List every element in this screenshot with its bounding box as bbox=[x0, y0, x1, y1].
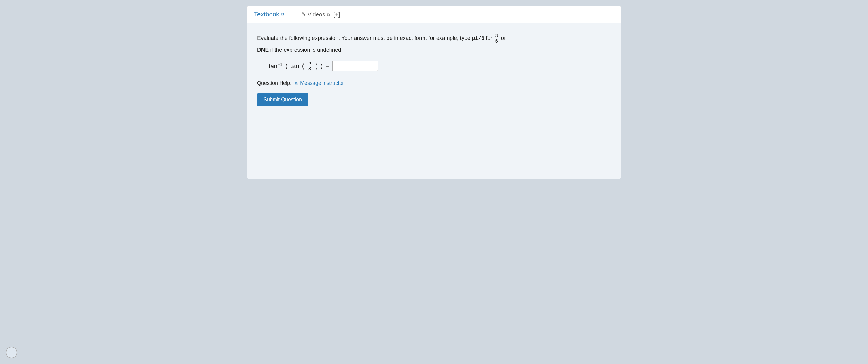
code-example: pi/6 bbox=[472, 35, 485, 41]
message-instructor-link[interactable]: ✉ Message instructor bbox=[294, 80, 344, 86]
envelope-icon: ✉ bbox=[294, 80, 298, 86]
instruction-for: for bbox=[486, 35, 492, 41]
textbook-link[interactable]: Textbook ⧉ bbox=[254, 11, 284, 18]
videos-label: Videos bbox=[308, 11, 325, 18]
math-fraction: π 8 bbox=[308, 60, 312, 72]
videos-pencil-icon: ✎ bbox=[302, 11, 306, 18]
main-container: Textbook ⧉ ✎ Videos ⧉ [+] Evaluate the f… bbox=[247, 6, 621, 179]
fraction-denominator: 6 bbox=[495, 38, 498, 44]
question-help-row: Question Help: ✉ Message instructor bbox=[257, 80, 611, 86]
instruction-or: or bbox=[501, 35, 506, 41]
fraction: π 6 bbox=[494, 32, 499, 45]
add-link[interactable]: [+] bbox=[334, 11, 340, 18]
math-close-paren-inner: ) bbox=[316, 62, 318, 70]
submit-button[interactable]: Submit Question bbox=[257, 93, 308, 106]
textbook-label: Textbook bbox=[254, 11, 279, 18]
math-fraction-numerator: π bbox=[308, 60, 312, 66]
dne-text: DNE if the expression is undefined. bbox=[257, 47, 611, 53]
instruction-text: Evaluate the following expression. Your … bbox=[257, 32, 611, 45]
answer-input[interactable] bbox=[332, 61, 378, 71]
math-open-paren-inner: ( bbox=[302, 62, 304, 70]
bottom-circle-decoration bbox=[6, 347, 17, 358]
math-tan-inner: tan bbox=[290, 62, 299, 70]
math-open-paren-outer: ( bbox=[285, 62, 287, 70]
message-instructor-label: Message instructor bbox=[300, 80, 344, 86]
videos-ext-icon: ⧉ bbox=[327, 12, 330, 17]
textbook-ext-icon: ⧉ bbox=[281, 12, 284, 17]
math-close-paren-outer: ) bbox=[320, 62, 322, 70]
instruction-line1: Evaluate the following expression. Your … bbox=[257, 35, 470, 41]
math-equals: = bbox=[326, 62, 329, 70]
top-bar: Textbook ⧉ ✎ Videos ⧉ [+] bbox=[247, 6, 621, 23]
videos-link[interactable]: ✎ Videos ⧉ bbox=[302, 11, 330, 18]
question-help-label: Question Help: bbox=[257, 80, 291, 86]
math-superscript: −1 bbox=[278, 62, 282, 67]
math-fraction-denominator: 8 bbox=[308, 66, 312, 72]
fraction-numerator: π bbox=[494, 32, 499, 38]
dne-label: DNE bbox=[257, 47, 269, 53]
math-tan-outer: tan−1 bbox=[269, 62, 282, 70]
math-expression: tan−1 ( tan ( π 8 ) ) = bbox=[269, 60, 611, 72]
content-area: Evaluate the following expression. Your … bbox=[247, 23, 621, 118]
